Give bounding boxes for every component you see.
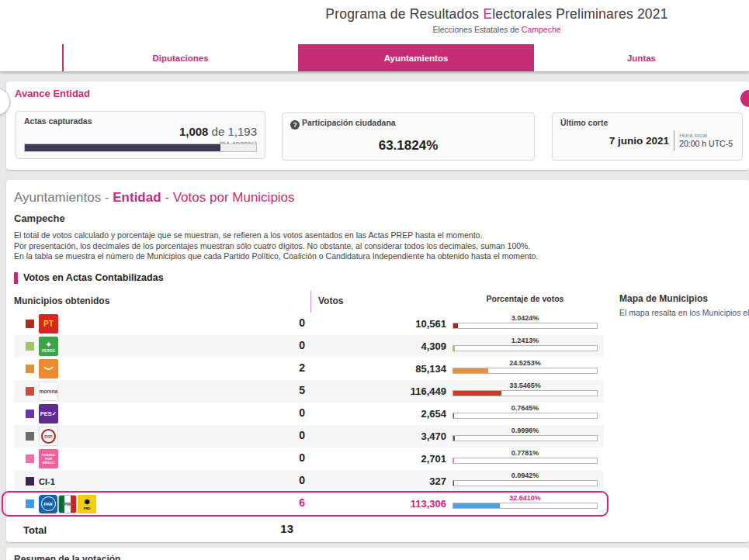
- table-row-movimiento-ciudadano[interactable]: 2 85,134 24.5253%: [14, 358, 604, 380]
- pan-logo: PAN: [39, 495, 57, 513]
- table-row-fuerza-por-m-xico[interactable]: FUERZA POR MÉXICO 0 2,701 0.7781%: [14, 448, 604, 470]
- percentage-bar-fill: [453, 503, 500, 508]
- percentage-bar: [453, 435, 598, 441]
- percentage-bar: [453, 413, 598, 419]
- actas-progress-bar: [24, 143, 257, 152]
- municipios-value: 0: [216, 451, 305, 464]
- prd-logo: ✹PRD: [78, 495, 96, 513]
- votes-value: 2,654: [340, 408, 446, 420]
- percentage-label: 33.5465%: [453, 382, 598, 389]
- municipios-value: 0: [216, 474, 305, 486]
- party-logo-fxm: FUERZA POR MÉXICO: [39, 449, 58, 468]
- app-header: Programa de Resultados Electorales Preli…: [0, 0, 749, 44]
- percentage-bar: [453, 503, 598, 509]
- votes-value: 2,701: [340, 453, 446, 465]
- resumen-card: Resumen de la votación: [6, 548, 749, 560]
- votes-value: 327: [340, 475, 446, 487]
- percentage-cell: 33.5465%: [453, 382, 598, 396]
- percentage-cell: 0.0942%: [453, 472, 598, 486]
- percentage-cell: 24.5253%: [453, 359, 598, 374]
- column-header-votos: Votos: [318, 296, 343, 306]
- party-logo-pt: PT: [39, 314, 58, 334]
- corte-time: 20:00 h UTC-5: [679, 139, 733, 148]
- avance-title: Avance Entidad: [15, 88, 90, 99]
- party-color-swatch: [26, 365, 34, 373]
- percentage-bar: [453, 458, 598, 464]
- table-row-morena[interactable]: morena 5 116,449 33.5465%: [14, 380, 604, 403]
- votes-value: 116,449: [340, 385, 446, 397]
- votes-value: 10,561: [340, 318, 446, 330]
- corte-tz-label: Hora local: [679, 132, 707, 139]
- subsection-title: Votos en Actas Contabilizadas: [23, 272, 164, 283]
- percentage-label: 1.2413%: [453, 337, 598, 344]
- party-color-swatch: [26, 455, 34, 463]
- percentage-cell: 0.7645%: [453, 404, 598, 419]
- tab-ayuntamientos[interactable]: Ayuntamientos: [298, 44, 534, 71]
- municipios-value: 6: [216, 496, 305, 509]
- column-header-municipios: Municipios obtenidos: [14, 296, 109, 306]
- note-line: El total de votos calculado y porcentaje…: [14, 230, 749, 241]
- party-color-swatch: [26, 500, 34, 508]
- percentage-cell: 0.9996%: [453, 427, 598, 441]
- mapa-column: Mapa de Municipios El mapa resalta en lo…: [619, 293, 749, 317]
- results-card: Ayuntamientos - Entidad - Votos por Muni…: [6, 180, 749, 542]
- table-row-pan-pri-prd[interactable]: PANPRI✹PRD 6 113,306 32.6410%: [14, 493, 604, 515]
- actas-value: 1,008 de 1,193: [179, 125, 257, 138]
- votes-value: 85,134: [340, 363, 446, 375]
- municipios-value: 0: [216, 339, 305, 351]
- percentage-bar: [453, 345, 598, 351]
- tab-bar: Diputaciones Ayuntamientos Juntas: [0, 44, 749, 71]
- tab-diputaciones[interactable]: Diputaciones: [63, 44, 298, 71]
- avance-entidad-card: Avance Entidad Actas capturadas 1,008 de…: [6, 81, 749, 170]
- participacion-value: 63.1824%: [290, 138, 526, 154]
- total-label: Total: [23, 524, 47, 536]
- municipios-value: 5: [216, 384, 305, 396]
- percentage-label: 0.7645%: [453, 404, 598, 412]
- percentage-bar: [453, 390, 598, 396]
- table-row-ci-1[interactable]: CI-1 0 327 0.0942%: [14, 470, 604, 493]
- party-logo-rsp: RSP: [39, 427, 58, 446]
- municipios-value: 0: [216, 316, 305, 329]
- participacion-card: ? Participación ciudadana 63.1824%: [282, 112, 535, 161]
- help-icon[interactable]: ?: [290, 120, 300, 130]
- percentage-cell: 32.6410%: [453, 494, 598, 509]
- percentage-label: 32.6410%: [453, 494, 598, 502]
- percentage-bar-fill: [453, 436, 455, 441]
- table-row-pvem[interactable]: ✦VERDE 0 4,309 1.2413%: [14, 335, 604, 358]
- table-row-pt[interactable]: PT 0 10,561 3.0424%: [14, 313, 604, 335]
- corte-label: Último corte: [560, 118, 734, 127]
- participacion-label: Participación ciudadana: [302, 118, 396, 127]
- percentage-bar-fill: [453, 391, 501, 396]
- party-color-swatch: [26, 387, 34, 396]
- municipios-value: 2: [216, 361, 305, 374]
- table-row-pes[interactable]: PES✓ 0 2,654 0.7645%: [14, 403, 604, 425]
- party-color-swatch: [26, 320, 34, 328]
- municipios-value: 0: [216, 429, 305, 441]
- tab-juntas[interactable]: Juntas: [534, 44, 749, 71]
- percentage-label: 0.0942%: [453, 472, 598, 479]
- results-table: Municipios obtenidos Votos Porcentaje de…: [14, 291, 604, 516]
- percentage-bar: [453, 368, 598, 374]
- note-line: En la tabla se muestra el número de Muni…: [14, 251, 749, 262]
- ultimo-corte-card: Último corte 7 junio 2021 Hora local20:0…: [552, 112, 743, 161]
- percentage-bar: [453, 323, 598, 329]
- table-body: PT 0 10,561 3.0424% ✦VERDE 0 4,309 1.241…: [14, 313, 604, 515]
- notes: El total de votos calculado y porcentaje…: [14, 230, 749, 262]
- page-subtitle: Elecciones Estatales de Campeche: [325, 25, 668, 34]
- percentage-label: 3.0424%: [453, 314, 598, 322]
- table-row-rsp[interactable]: RSP 0 3,470 0.9996%: [14, 425, 604, 448]
- percentage-bar-fill: [453, 413, 454, 418]
- percentage-cell: 0.7781%: [453, 449, 598, 464]
- resumen-title: Resumen de la votación: [14, 554, 741, 560]
- party-logo-pes: PES✓: [39, 404, 58, 423]
- votes-value: 4,309: [340, 340, 446, 352]
- percentage-cell: 1.2413%: [453, 337, 598, 351]
- subsection-header: Votos en Actas Contabilizadas: [14, 272, 749, 284]
- party-color-swatch: [26, 432, 34, 441]
- state-name: Campeche: [14, 213, 749, 224]
- party-color-swatch: [26, 477, 34, 486]
- actas-capturadas-card: Actas capturadas 1,008 de 1,193 (84.4928…: [16, 111, 265, 159]
- percentage-bar-fill: [453, 481, 454, 486]
- municipios-value: 0: [216, 406, 305, 419]
- note-line: Por presentación, los decimales de los p…: [14, 241, 749, 252]
